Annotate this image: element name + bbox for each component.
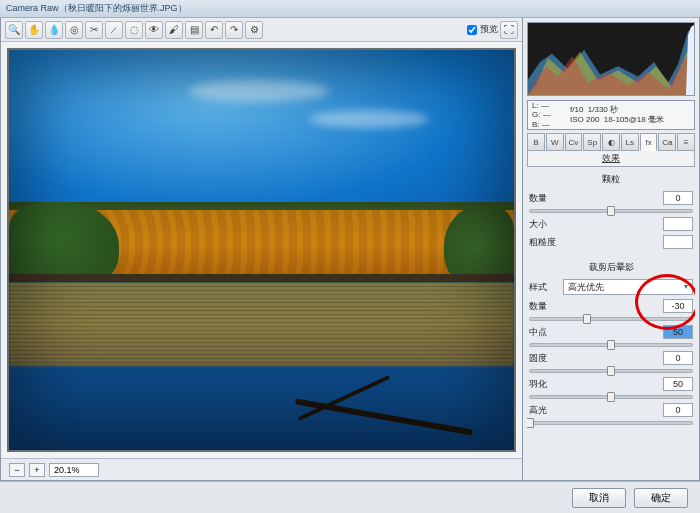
tab-basic[interactable]: B bbox=[527, 133, 545, 151]
histogram bbox=[527, 22, 695, 96]
vig-style-select[interactable]: 高光优先 bbox=[563, 279, 693, 295]
redeye-tool[interactable]: 👁 bbox=[145, 21, 163, 39]
grain-amount-slider[interactable] bbox=[529, 209, 693, 213]
exif-lens: 18-105@18 毫米 bbox=[604, 115, 664, 124]
exif-aperture: f/10 bbox=[570, 105, 583, 114]
window-title: Camera Raw（秋日暖阳下的烁丽世界.JPG） bbox=[6, 2, 187, 15]
preview-toggle[interactable]: 预览 bbox=[467, 23, 498, 36]
grain-header: 颗粒 bbox=[527, 170, 695, 188]
tool-toolbar: 🔍 ✋ 💧 ◎ ✂ ⟋ ◌ 👁 🖌 ▤ ↶ ↷ ⚙ 预览 ⛶ bbox=[1, 18, 522, 42]
grain-rough-value[interactable] bbox=[663, 235, 693, 249]
tab-hsl[interactable]: Sp bbox=[583, 133, 601, 151]
rgb-b: B: — bbox=[532, 120, 562, 130]
zoom-out-button[interactable]: − bbox=[9, 463, 25, 477]
exif-iso: ISO 200 bbox=[570, 115, 599, 124]
rotate-ccw-tool[interactable]: ↶ bbox=[205, 21, 223, 39]
vig-amount-label: 数量 bbox=[529, 300, 559, 313]
tab-lens[interactable]: Ls bbox=[621, 133, 639, 151]
tab-presets[interactable]: ≡ bbox=[677, 133, 695, 151]
vig-feather-label: 羽化 bbox=[529, 378, 559, 391]
vig-highlight-label: 高光 bbox=[529, 404, 559, 417]
tab-calib[interactable]: Ca bbox=[658, 133, 676, 151]
spot-tool[interactable]: ◌ bbox=[125, 21, 143, 39]
tab-split[interactable]: ◐ bbox=[602, 133, 620, 151]
effects-panel: 颗粒 数量 0 大小 粗糙度 载剪后晕影 bbox=[527, 170, 695, 477]
zoom-tool[interactable]: 🔍 bbox=[5, 21, 23, 39]
crop-tool[interactable]: ✂ bbox=[85, 21, 103, 39]
vig-mid-value[interactable]: 50 bbox=[663, 325, 693, 339]
vignette-header: 载剪后晕影 bbox=[527, 258, 695, 276]
rgb-g: G: — bbox=[532, 110, 562, 120]
zoom-bar: − + 20.1% bbox=[1, 458, 522, 480]
zoom-in-button[interactable]: + bbox=[29, 463, 45, 477]
zoom-value[interactable]: 20.1% bbox=[49, 463, 99, 477]
cancel-button[interactable]: 取消 bbox=[572, 488, 626, 508]
preview-checkbox[interactable] bbox=[467, 25, 477, 35]
color-sampler-tool[interactable]: ◎ bbox=[65, 21, 83, 39]
exif-readout: L: — G: — B: — f/10 1/330 秒 ISO 200 18-1… bbox=[527, 100, 695, 130]
rgb-l: L: — bbox=[532, 101, 562, 111]
window-titlebar: Camera Raw（秋日暖阳下的烁丽世界.JPG） bbox=[0, 0, 700, 18]
vig-highlight-value[interactable]: 0 bbox=[663, 403, 693, 417]
preview-label: 预览 bbox=[480, 23, 498, 36]
fullscreen-button[interactable]: ⛶ bbox=[500, 21, 518, 39]
vig-style-label: 样式 bbox=[529, 281, 559, 294]
vig-feather-value[interactable]: 50 bbox=[663, 377, 693, 391]
vig-round-label: 圆度 bbox=[529, 352, 559, 365]
tab-detail[interactable]: Cv bbox=[565, 133, 583, 151]
adjust-brush-tool[interactable]: 🖌 bbox=[165, 21, 183, 39]
panel-tabs: B W Cv Sp ◐ Ls fx Ca ≡ bbox=[527, 133, 695, 151]
rotate-cw-tool[interactable]: ↷ bbox=[225, 21, 243, 39]
prefs-tool[interactable]: ⚙ bbox=[245, 21, 263, 39]
hand-tool[interactable]: ✋ bbox=[25, 21, 43, 39]
grain-amount-label: 数量 bbox=[529, 192, 559, 205]
grain-size-label: 大小 bbox=[529, 218, 559, 231]
vig-amount-value[interactable]: -30 bbox=[663, 299, 693, 313]
eyedropper-tool[interactable]: 💧 bbox=[45, 21, 63, 39]
tab-effects[interactable]: fx bbox=[640, 133, 658, 151]
vig-round-value[interactable]: 0 bbox=[663, 351, 693, 365]
grain-rough-label: 粗糙度 bbox=[529, 236, 559, 249]
vig-highlight-slider[interactable] bbox=[529, 421, 693, 425]
exif-shutter: 1/330 秒 bbox=[588, 105, 618, 114]
grain-amount-value[interactable]: 0 bbox=[663, 191, 693, 205]
preview-image bbox=[9, 50, 514, 450]
vig-amount-slider[interactable] bbox=[529, 317, 693, 321]
straighten-tool[interactable]: ⟋ bbox=[105, 21, 123, 39]
vig-mid-label: 中点 bbox=[529, 326, 559, 339]
vig-mid-slider[interactable] bbox=[529, 343, 693, 347]
dialog-footer: 取消 确定 bbox=[0, 481, 700, 513]
image-preview[interactable] bbox=[7, 48, 516, 452]
done-button[interactable]: 确定 bbox=[634, 488, 688, 508]
vig-round-slider[interactable] bbox=[529, 369, 693, 373]
vig-feather-slider[interactable] bbox=[529, 395, 693, 399]
tab-curve[interactable]: W bbox=[546, 133, 564, 151]
panel-title: 效果 bbox=[527, 151, 695, 167]
grad-filter-tool[interactable]: ▤ bbox=[185, 21, 203, 39]
grain-size-value[interactable] bbox=[663, 217, 693, 231]
